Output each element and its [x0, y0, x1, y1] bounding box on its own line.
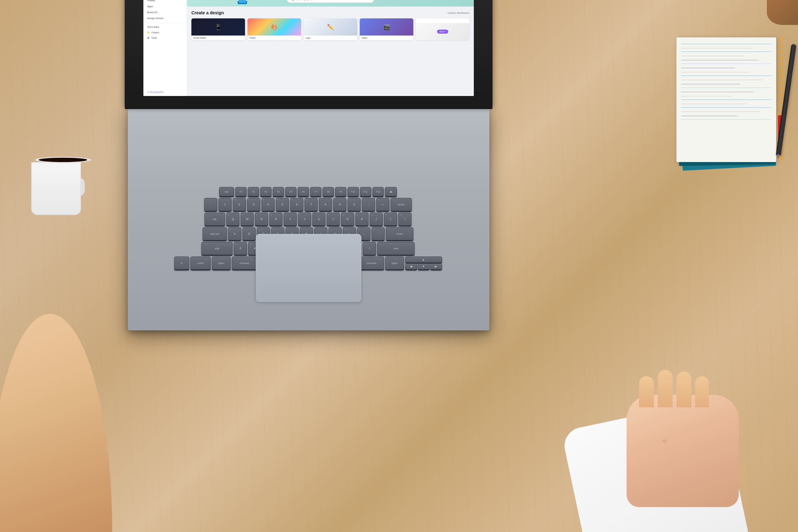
- key-f7[interactable]: F7: [310, 187, 321, 196]
- notebook-front: [677, 37, 776, 162]
- key-t[interactable]: ะT: [284, 212, 297, 226]
- key-f2[interactable]: F2: [248, 187, 259, 196]
- key-z[interactable]: ผZ: [234, 242, 247, 255]
- key-slash[interactable]: ข/: [363, 242, 376, 255]
- laptop-lid: J Jira Creative Home Create a design All…: [125, 0, 493, 109]
- key-arrow-down[interactable]: ▼: [418, 263, 430, 270]
- key-option-left[interactable]: option: [212, 256, 231, 270]
- notebook-lines: [677, 37, 776, 126]
- key-q[interactable]: ๆQ: [226, 212, 240, 226]
- template-card-video[interactable]: 🎬 Video: [360, 18, 413, 40]
- key-tab[interactable]: tab: [205, 212, 225, 226]
- more-button[interactable]: More ›: [437, 30, 448, 34]
- key-return[interactable]: return: [386, 227, 413, 240]
- key-shift-right[interactable]: shift: [377, 242, 415, 255]
- key-minus[interactable]: _-: [362, 198, 375, 211]
- canva-main: ⚠️ Stop the spread. Tips and information…: [187, 0, 474, 96]
- key-backslash[interactable]: ฃ\: [398, 212, 412, 226]
- key-backtick[interactable]: ~`: [204, 198, 217, 211]
- template-thumb-video: 🎬: [360, 18, 413, 36]
- key-quote[interactable]: ง': [372, 227, 385, 240]
- template-thumb-social: 📱: [191, 18, 245, 36]
- key-equals[interactable]: +=: [376, 198, 390, 211]
- key-3[interactable]: #3: [247, 198, 260, 211]
- search-placeholder: Try 'Infographic': [295, 0, 313, 1]
- key-p[interactable]: ยP: [355, 212, 368, 226]
- key-6[interactable]: ^6: [290, 198, 303, 211]
- key-f1[interactable]: F1: [235, 187, 247, 196]
- trash-icon: 🗑: [147, 36, 150, 39]
- corner-cup-decoration: [767, 0, 798, 25]
- hand-skin: [627, 395, 739, 507]
- key-delete[interactable]: delete: [391, 198, 412, 211]
- key-bracket-r[interactable]: ล]: [384, 212, 397, 226]
- key-shift-left[interactable]: shift: [202, 242, 232, 255]
- nav-design-school[interactable]: Design School: [144, 15, 187, 21]
- key-caps-lock[interactable]: caps lock: [203, 227, 227, 240]
- key-bracket-l[interactable]: บ[: [370, 212, 383, 226]
- key-f6[interactable]: F6: [298, 187, 309, 196]
- template-card-logo[interactable]: ✏️ Logo: [304, 18, 357, 40]
- key-8[interactable]: *8: [319, 198, 332, 211]
- trackpad[interactable]: [255, 234, 362, 302]
- nav-folders[interactable]: 📁 Folders: [144, 30, 187, 35]
- key-o[interactable]: นO: [341, 212, 354, 226]
- key-command-left[interactable]: command: [232, 256, 257, 270]
- custom-dimensions-link[interactable]: Custom dimensions: [448, 12, 470, 14]
- nav-brand-kit[interactable]: Brand Kit: [144, 10, 187, 15]
- key-s[interactable]: หS: [243, 227, 255, 240]
- key-a[interactable]: ฟA: [228, 227, 241, 240]
- key-2[interactable]: @2: [233, 198, 246, 211]
- key-w[interactable]: ไW: [241, 212, 254, 226]
- section-title: Create a design: [191, 10, 224, 15]
- key-0[interactable]: )0: [347, 198, 361, 211]
- keyboard-area: esc F1 F2 F3 F4 F5 F6 F7 F8 F9 F10 F11 F…: [136, 181, 481, 315]
- key-r[interactable]: พR: [269, 212, 282, 226]
- key-power[interactable]: ⏏: [385, 187, 397, 196]
- key-f12[interactable]: F12: [373, 187, 384, 196]
- notebook-stack: [677, 37, 782, 218]
- key-f10[interactable]: F10: [347, 187, 359, 196]
- key-option-right[interactable]: option: [385, 256, 404, 270]
- key-i[interactable]: รI: [327, 212, 340, 226]
- finger-1: [639, 376, 654, 407]
- finger-2: [658, 370, 673, 407]
- key-y[interactable]: ัY: [298, 212, 311, 226]
- template-card-poster[interactable]: 🎨 Poster: [247, 18, 301, 40]
- key-u[interactable]: ีU: [312, 212, 325, 226]
- key-9[interactable]: (9: [333, 198, 346, 211]
- key-7[interactable]: &7: [305, 198, 318, 211]
- key-f3[interactable]: F3: [260, 187, 271, 196]
- key-e[interactable]: ำE: [255, 212, 268, 226]
- key-fn[interactable]: fn: [174, 256, 189, 270]
- cup-body: [31, 162, 81, 215]
- finger-4: [695, 376, 709, 407]
- key-control[interactable]: control: [190, 256, 211, 270]
- key-f9[interactable]: F9: [335, 187, 346, 196]
- laptop-body: J Jira Creative Home Create a design All…: [128, 106, 489, 330]
- template-thumb-logo: ✏️: [304, 18, 357, 36]
- finger-3: [677, 372, 691, 407]
- key-arrow-up[interactable]: ▲: [405, 256, 442, 263]
- template-label-poster: Poster: [247, 36, 301, 40]
- qwerty-key-row: tab ๆQ ไW ำE พR ะT ัY ีU รI นO ยP บ[ ล] …: [146, 212, 470, 226]
- nav-apps[interactable]: Apps: [144, 3, 187, 10]
- key-arrow-right[interactable]: ▶: [430, 263, 442, 270]
- key-command-right[interactable]: command: [359, 256, 384, 270]
- key-1[interactable]: !1: [218, 198, 232, 211]
- try-pro-button[interactable]: ✦ Try Canva Pro: [144, 89, 187, 96]
- key-5[interactable]: %5: [276, 198, 289, 211]
- key-f4[interactable]: F4: [273, 187, 284, 196]
- key-f5[interactable]: F5: [285, 187, 297, 196]
- key-f11[interactable]: F11: [360, 187, 371, 196]
- nav-trash[interactable]: 🗑 Trash: [144, 35, 187, 40]
- key-f8[interactable]: F8: [323, 187, 334, 196]
- template-card-social[interactable]: 📱 Social Media: [191, 18, 245, 40]
- heart-tattoo: ♡: [662, 438, 667, 445]
- key-4[interactable]: $4: [262, 198, 274, 211]
- key-arrow-left[interactable]: ◀: [405, 263, 417, 270]
- nav-photos[interactable]: Photos: [144, 0, 187, 3]
- template-card-more[interactable]: More ›: [416, 18, 470, 40]
- nav-team[interactable]: Jira's team: [144, 24, 187, 30]
- key-esc[interactable]: esc: [219, 187, 234, 196]
